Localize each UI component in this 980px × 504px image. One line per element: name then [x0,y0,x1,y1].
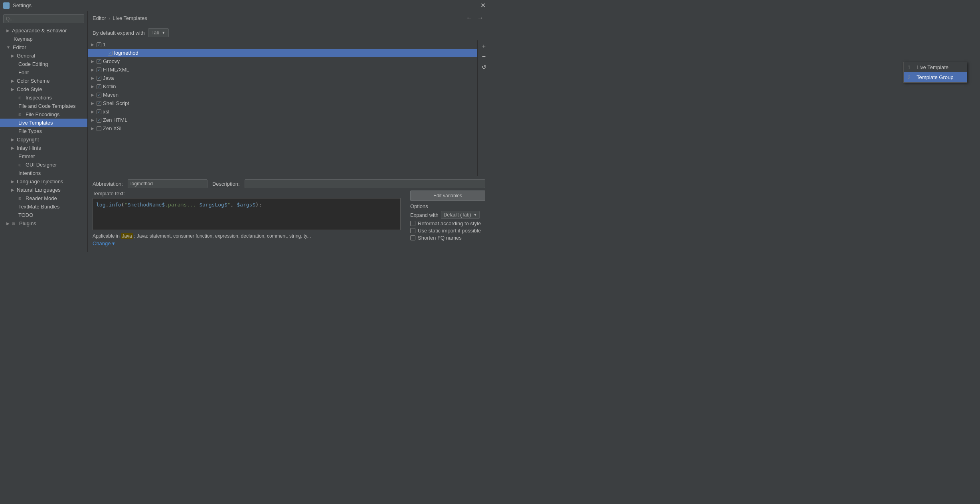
search-input[interactable] [3,14,84,23]
external-icon: ⊞ [18,163,24,167]
settings-window: Settings ✕ ▶Appearance & BehaviorKeymap▼… [0,0,490,252]
change-link[interactable]: Change ▾ [93,240,115,246]
tree-chevron-icon: ▶ [91,126,94,131]
sidebar-item-todo[interactable]: TODO [0,211,87,219]
expand-with-label: Expand with [410,212,439,218]
sidebar-item-label: Emmet [18,153,35,159]
chevron-icon: ▶ [11,188,14,192]
tree-checkbox[interactable] [97,126,101,131]
tree-item-zen-html[interactable]: ▶Zen HTML [88,116,477,124]
sidebar-item-label: Plugins [19,220,36,226]
tree-item-label: xsl [103,109,109,115]
add-button[interactable]: + [480,42,488,51]
templates-area: ▶1logmethod▶Groovy▶HTML/XML▶Java▶Kotlin▶… [88,40,490,176]
remove-button[interactable]: − [480,52,488,61]
tree-item-zen-xsl[interactable]: ▶Zen XSL [88,124,477,133]
tree-item-kotlin[interactable]: ▶Kotlin [88,82,477,91]
tree-panel: ▶1logmethod▶Groovy▶HTML/XML▶Java▶Kotlin▶… [88,40,477,176]
tree-item-label: logmethod [114,50,138,56]
sidebar-item-label: File and Code Templates [18,103,76,109]
tree-checkbox[interactable] [97,59,101,64]
tree-item-label: Java [103,75,114,81]
sidebar-item-inspections[interactable]: ⊞Inspections [0,93,87,102]
template-text-label: Template text: [93,190,401,196]
tree-item-groovy[interactable]: ▶Groovy [88,57,477,65]
sidebar-item-gui-designer[interactable]: ⊞GUI Designer [0,161,87,169]
edit-variables-button[interactable]: Edit variables [410,190,485,201]
bottom-panel: Abbreviation: Description: Template text… [88,176,490,252]
sidebar-item-editor[interactable]: ▼Editor [0,43,87,52]
sidebar-item-emmet[interactable]: Emmet [0,152,87,161]
chevron-icon: ▶ [11,79,14,83]
reformat-checkbox[interactable] [410,221,415,226]
sidebar-item-appearance--behavior[interactable]: ▶Appearance & Behavior [0,26,87,35]
sidebar-item-color-scheme[interactable]: ▶Color Scheme [0,77,87,85]
sidebar-item-language-injections[interactable]: ▶Language Injections [0,177,87,186]
sidebar-item-copyright[interactable]: ▶Copyright [0,135,87,144]
sidebar-item-code-editing[interactable]: Code Editing [0,60,87,68]
sidebar-item-label: TODO [18,212,33,218]
sidebar-item-label: Copyright [17,137,39,143]
nav-back-button[interactable]: ← [464,14,474,22]
expand-label: By default expand with [93,30,145,36]
sidebar-item-keymap[interactable]: Keymap [0,35,87,43]
restore-button[interactable]: ↺ [480,63,488,71]
tree-checkbox[interactable] [97,109,101,114]
tree-item-java[interactable]: ▶Java [88,74,477,82]
shorten-fq-checkbox[interactable] [410,235,415,240]
tree-checkbox[interactable] [97,84,101,89]
expand-dropdown[interactable]: Tab ▼ [148,28,169,37]
tree-checkbox[interactable] [97,101,101,106]
sidebar-item-live-templates[interactable]: Live Templates [0,119,87,127]
tree-checkbox[interactable] [108,51,113,56]
tree-item-maven[interactable]: ▶Maven [88,91,477,99]
sidebar-item-label: Live Templates [18,120,53,126]
external-icon: ⊞ [12,222,18,226]
applicable-label: Applicable in [93,233,120,239]
sidebar-item-inlay-hints[interactable]: ▶Inlay Hints [0,144,87,152]
sidebar-item-intentions[interactable]: Intentions [0,169,87,177]
code-string2: .params... [165,202,199,208]
tree-item-label: Zen HTML [103,117,127,123]
sidebar-item-general[interactable]: ▶General [0,52,87,60]
code-semi: ); [255,202,262,208]
tree-checkbox[interactable] [97,93,101,97]
tree-checkbox[interactable] [97,118,101,123]
static-import-checkbox[interactable] [410,228,415,233]
sidebar-item-file-and-code-templates[interactable]: File and Code Templates [0,102,87,110]
tree-item-label: Groovy [103,58,120,64]
tree-checkbox[interactable] [97,76,101,81]
tree-chevron-icon: ▶ [91,67,94,72]
tree-item-shell-script[interactable]: ▶Shell Script [88,99,477,107]
chevron-icon: ▶ [11,87,14,91]
tree-item-html/xml[interactable]: ▶HTML/XML [88,65,477,74]
sidebar-items: ▶Appearance & BehaviorKeymap▼Editor▶Gene… [0,26,87,228]
expand-with-dropdown[interactable]: Default (Tab) ▼ [441,211,480,219]
static-import-row: Use static import if possible [410,228,485,234]
sidebar-item-code-style[interactable]: ▶Code Style [0,85,87,93]
close-button[interactable]: ✕ [479,2,487,10]
breadcrumb: Editor › Live Templates ← → [88,11,490,25]
sidebar-item-label: Language Injections [17,179,63,185]
tree-checkbox[interactable] [97,42,101,47]
code-argslog: $argsLog$ [199,202,227,208]
abbreviation-input[interactable] [128,179,207,188]
code-editor[interactable]: log.info("$methodName$.params... $argsLo… [93,198,401,230]
main-content: ▶Appearance & BehaviorKeymap▼Editor▶Gene… [0,11,490,252]
tree-item-xsl[interactable]: ▶xsl [88,107,477,116]
sidebar-item-file-types[interactable]: File Types [0,127,87,135]
sidebar-item-font[interactable]: Font [0,68,87,77]
sidebar-item-natural-languages[interactable]: ▶Natural Languages [0,186,87,194]
tree-item-1[interactable]: ▶1 [88,40,477,49]
nav-forward-button[interactable]: → [476,14,485,22]
tree-item-label: Zen XSL [103,125,123,131]
tree-checkbox[interactable] [97,67,101,72]
description-input[interactable] [245,179,485,188]
code-methodname: $methodName$ [127,202,165,208]
sidebar-item-reader-mode[interactable]: ⊞Reader Mode [0,194,87,202]
sidebar-item-textmate-bundles[interactable]: TextMate Bundles [0,202,87,211]
sidebar-item-plugins[interactable]: ▶⊞Plugins [0,219,87,228]
tree-item-logmethod[interactable]: logmethod [88,49,477,57]
sidebar-item-file-encodings[interactable]: ⊞File Encodings [0,110,87,119]
chevron-icon: ▼ [6,45,10,50]
